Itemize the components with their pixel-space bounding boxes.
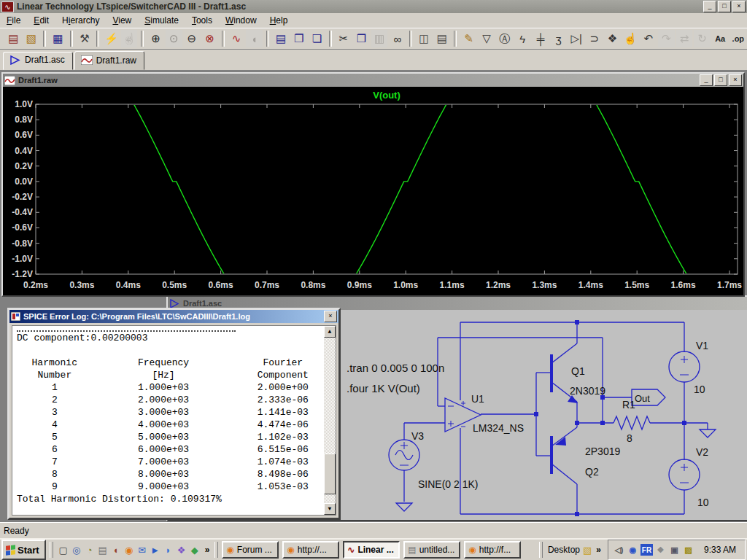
waveform-trace-svg — [3, 87, 743, 295]
cascade-windows-icon[interactable]: ❐ — [290, 30, 307, 47]
folder-icon[interactable]: ▧ — [583, 545, 592, 556]
error-log-content[interactable]: DC component:0.00200003 HarmonicFrequenc… — [12, 325, 336, 516]
error-log-scrollbar[interactable]: ▲ ▼ — [324, 326, 336, 515]
tab-draft1-asc[interactable]: Draft1.asc — [3, 52, 73, 70]
halt-simulation-icon[interactable]: ☝ — [121, 30, 138, 47]
copy-icon[interactable]: ❒ — [353, 30, 370, 47]
tweak-tray-icon[interactable]: ❖ — [654, 544, 667, 556]
task-ltspice[interactable]: ∿Linear ... — [343, 541, 400, 559]
maximize-button[interactable]: □ — [718, 1, 731, 12]
task-untitled[interactable]: ▤untitled... — [403, 541, 460, 559]
mozilla-icon[interactable]: ◖ — [109, 543, 123, 556]
script-tray-icon[interactable]: ▨ — [682, 544, 694, 556]
tab-draft1-raw[interactable]: Draft1.raw — [74, 51, 144, 70]
toolbar-handle-3[interactable] — [539, 542, 543, 558]
wave-minimize-button[interactable]: _ — [700, 74, 713, 86]
trace-label[interactable]: V(out) — [343, 90, 430, 101]
clock[interactable]: 9:33 AM — [697, 545, 740, 555]
quick-launch-overflow-chevron[interactable]: » — [204, 545, 212, 555]
menu-tools[interactable]: Tools — [185, 14, 219, 27]
menu-window[interactable]: Window — [219, 14, 263, 27]
control-panel-icon[interactable]: ⚒ — [77, 30, 93, 47]
menu-hierarchy[interactable]: Hierarchy — [55, 14, 106, 27]
draw-wire-icon[interactable]: ✎ — [460, 30, 477, 47]
firefox-icon[interactable]: ◉ — [123, 543, 136, 556]
mail-icon[interactable]: ✉ — [136, 543, 149, 556]
wave-close-button[interactable]: × — [729, 74, 742, 86]
mirror-icon[interactable]: ⇄ — [676, 30, 693, 47]
undo-icon[interactable]: ↶ — [640, 30, 657, 47]
autorange-y-axis-icon[interactable]: ∿ — [228, 30, 245, 47]
media-player-icon[interactable]: ► — [149, 543, 162, 556]
spice-directive-icon[interactable]: .op — [730, 30, 747, 47]
notes-icon[interactable]: ▤ — [96, 543, 109, 556]
redo-icon[interactable]: ↷ — [658, 30, 675, 47]
print-preview-icon[interactable]: ◫ — [416, 30, 433, 47]
place-diode-icon[interactable]: ▷| — [568, 30, 585, 47]
zoom-out-icon[interactable]: ⊖ — [184, 30, 201, 47]
tray-icons: ◁)◉FR❖▣▨ — [613, 544, 694, 556]
task-forum[interactable]: ◉Forum ... — [222, 541, 279, 559]
desktop-overflow-chevron[interactable]: » — [595, 545, 603, 555]
open-file-icon[interactable]: ▧ — [23, 30, 40, 47]
place-inductor-icon[interactable]: ʒ — [550, 30, 567, 47]
zoom-full-extents-icon[interactable]: ⊗ — [201, 30, 218, 47]
zoom-in-icon[interactable]: ⊕ — [147, 30, 164, 47]
arrange-windows-icon[interactable]: ❏ — [309, 30, 325, 47]
drag-icon[interactable]: ❖ — [604, 30, 621, 47]
plot-settings-icon[interactable]: ◖ — [246, 30, 263, 47]
search-icon[interactable]: ◎ — [70, 543, 83, 556]
find-icon[interactable]: ∞ — [389, 30, 406, 47]
place-label-icon[interactable]: Ⓐ — [496, 30, 513, 47]
java-tray-icon[interactable]: ◉ — [627, 544, 639, 556]
menu-view[interactable]: View — [106, 14, 138, 27]
quicktime-icon[interactable]: ◗ — [162, 543, 175, 556]
task-http-1[interactable]: ◉http://... — [282, 541, 339, 559]
x-tick-label: 1.1ms — [435, 280, 470, 290]
close-button[interactable]: × — [732, 1, 746, 12]
waveform-plot[interactable]: V(out) 0.2ms0.3ms0.4ms0.5ms0.6ms0.7ms0.8… — [3, 87, 743, 295]
task-http-2[interactable]: ◉http://f... — [464, 541, 521, 559]
show-desktop-icon[interactable]: ▢ — [57, 543, 70, 556]
scrollbar-thumb[interactable] — [324, 454, 336, 494]
error-log-titlebar[interactable]: SPICE Error Log: C:\Program Files\LTC\Sw… — [9, 310, 338, 323]
messenger-icon[interactable]: ❖ — [175, 543, 188, 556]
place-component-icon[interactable]: ⊃ — [587, 30, 603, 47]
waveform-window-titlebar[interactable]: Draft1.raw _ □ × — [3, 74, 743, 87]
menu-simulate[interactable]: Simulate — [138, 14, 185, 27]
tile-windows-icon[interactable]: ▤ — [273, 30, 290, 47]
place-ground-icon[interactable]: ▽ — [479, 30, 495, 47]
new-schematic-icon[interactable]: ▤ — [5, 30, 22, 47]
error-log-close-button[interactable]: × — [324, 311, 337, 322]
scroll-up-button[interactable]: ▲ — [324, 326, 336, 338]
start-button[interactable]: Start — [1, 540, 46, 560]
wave-maximize-button[interactable]: □ — [714, 74, 727, 86]
minimize-button[interactable]: _ — [703, 1, 716, 12]
rotate-icon[interactable]: ↻ — [694, 30, 711, 47]
pan-icon[interactable]: ☝ — [622, 30, 639, 47]
place-resistor-icon[interactable]: ϟ — [514, 30, 531, 47]
error-log-title: SPICE Error Log: C:\Program Files\LTC\Sw… — [23, 312, 250, 321]
photo-icon[interactable]: ◆ — [188, 543, 201, 556]
toolbar-handle[interactable] — [50, 542, 53, 558]
print-icon[interactable]: ▤ — [434, 30, 451, 47]
save-icon[interactable]: ▦ — [50, 30, 66, 47]
scheduler-icon[interactable]: ◔ — [83, 543, 96, 556]
schematic-tab-icon — [9, 55, 21, 65]
toolbar-handle-2[interactable] — [214, 542, 218, 558]
menu-file[interactable]: File — [0, 14, 27, 27]
security-tray-icon[interactable]: ▣ — [668, 544, 681, 556]
cut-icon[interactable]: ✂ — [336, 30, 352, 47]
lang-fr-tray-icon[interactable]: FR — [640, 544, 653, 556]
zoom-back-icon[interactable]: ⊙ — [166, 30, 182, 47]
desktop-label[interactable]: Desktop — [548, 545, 580, 555]
place-text-icon[interactable]: Aa — [712, 30, 729, 47]
scroll-down-button[interactable]: ▼ — [324, 503, 336, 515]
place-capacitor-icon[interactable]: ╪ — [533, 30, 549, 47]
menu-help[interactable]: Help — [263, 14, 295, 27]
x-tick-label: 0.2ms — [18, 280, 53, 290]
run-simulation-icon[interactable]: ⚡ — [103, 30, 120, 47]
paste-icon[interactable]: ▥ — [371, 30, 388, 47]
volume-tray-icon[interactable]: ◁) — [613, 544, 625, 556]
menu-edit[interactable]: Edit — [27, 14, 55, 27]
